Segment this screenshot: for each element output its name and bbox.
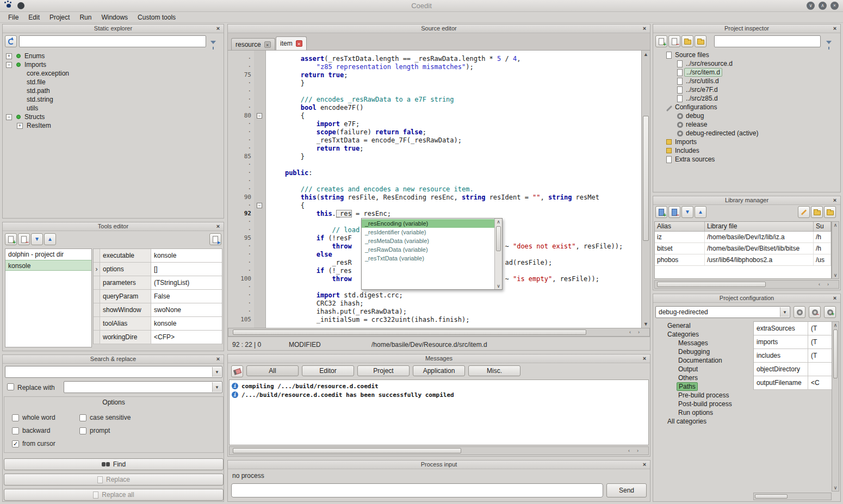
gutter-line[interactable]: · (228, 242, 254, 251)
library-column-header[interactable]: Alias (655, 222, 705, 231)
sync-configurations-button[interactable] (794, 306, 805, 318)
project-inspector-item[interactable]: ../src/item.d (654, 68, 839, 77)
add-tool-button[interactable]: + (5, 233, 17, 245)
editor-vertical-scrollbar[interactable]: ▲ ▼ (641, 51, 650, 328)
project-inspector-item[interactable]: Configurations (654, 103, 839, 111)
code-line[interactable]: ihash.put(_resRawData); (269, 308, 641, 316)
configuration-horizontal-scrollbar[interactable] (753, 493, 832, 500)
gutter-line[interactable]: · (228, 300, 254, 308)
remove-library-button[interactable]: − (668, 206, 680, 218)
chevron-down-icon[interactable]: ▼ (212, 367, 221, 377)
messages-horizontal-scrollbar[interactable]: ‹ › (229, 446, 649, 455)
remove-tool-button[interactable]: − (18, 233, 30, 245)
menu-windows[interactable]: Windows (96, 13, 133, 22)
editor-gutter[interactable]: ··75····80····85····90·92··95····100····… (228, 51, 254, 328)
code-line[interactable]: this(string resFile, ResEncoding resEnc,… (269, 194, 641, 202)
option-checkbox[interactable] (12, 414, 19, 421)
process-input-field[interactable] (231, 483, 603, 497)
close-panel-icon[interactable]: × (641, 24, 648, 32)
gutter-line[interactable]: · (228, 96, 254, 104)
gutter-line[interactable]: · (228, 259, 254, 267)
find-button[interactable]: Find (4, 458, 224, 470)
gutter-line[interactable]: 95 (228, 234, 254, 242)
scroll-thumb[interactable] (233, 448, 461, 453)
gutter-line[interactable]: · (228, 251, 254, 259)
project-inspector-item[interactable]: ../src/e7F.d (654, 85, 839, 94)
tool-property-row[interactable]: queryParamFalse (94, 290, 222, 303)
expander-icon[interactable]: − (6, 62, 12, 68)
clear-messages-button[interactable] (231, 365, 243, 377)
code-line[interactable]: bool encodee7F() (269, 104, 641, 112)
open-library-file-button[interactable] (811, 206, 823, 218)
static-explorer-item[interactable]: std.string (4, 95, 222, 104)
expander-icon[interactable]: − (6, 114, 12, 120)
gutter-line[interactable]: · (228, 63, 254, 71)
inspector-filter-input[interactable] (714, 35, 821, 47)
scroll-down-icon[interactable]: ▼ (642, 321, 650, 327)
editor-fold-column[interactable]: −− (254, 51, 266, 328)
message-row[interactable]: i/.../build/resource.d.coedit has been s… (230, 390, 648, 399)
library-column-header[interactable]: Su (814, 222, 831, 231)
property-value[interactable]: konsole (151, 317, 222, 330)
library-column-header[interactable]: Library file (705, 222, 814, 231)
messages-filter-all[interactable]: All (246, 365, 299, 376)
expander-icon[interactable]: + (6, 53, 12, 59)
static-explorer-item[interactable]: core.exception (4, 69, 222, 78)
gutter-line[interactable]: · (228, 88, 254, 96)
code-line[interactable]: } (269, 153, 641, 161)
property-value[interactable]: konsole (151, 249, 222, 262)
scroll-thumb[interactable] (643, 116, 649, 241)
code-line[interactable]: return true; (269, 71, 641, 79)
configuration-category[interactable]: Documentation (655, 356, 751, 365)
configuration-property-row[interactable]: outputFilename<C (754, 376, 832, 390)
gutter-line[interactable]: · (228, 185, 254, 194)
library-horizontal-scrollbar[interactable]: ‹ › (654, 280, 839, 289)
project-inspector-item[interactable]: ../src/resource.d (654, 59, 839, 68)
gutter-line[interactable]: 80 (228, 112, 254, 120)
tab-item[interactable]: item × (276, 36, 307, 50)
move-up-button[interactable]: ▲ (44, 233, 56, 245)
gutter-line[interactable]: · (228, 169, 254, 177)
code-line[interactable]: public: (269, 169, 641, 177)
static-explorer-item[interactable]: utils (4, 104, 222, 113)
close-panel-icon[interactable]: × (641, 354, 648, 362)
run-tool-button[interactable]: ▸ (209, 233, 221, 245)
property-value[interactable]: <CFP> (151, 331, 222, 344)
tool-item[interactable]: dolphin - project dir (5, 249, 91, 260)
completion-item[interactable]: _resTxtData (variable) (362, 254, 494, 263)
code-line[interactable]: } (269, 79, 641, 88)
refresh-button[interactable] (5, 35, 17, 47)
property-value[interactable]: (T (808, 322, 832, 335)
close-tab-icon[interactable]: × (296, 40, 302, 47)
replace-with-combo[interactable]: ▼ (64, 381, 222, 393)
replace-all-button[interactable]: Replace all (4, 489, 224, 501)
configuration-property-row[interactable]: imports(T (754, 335, 832, 349)
code-line[interactable]: /// encodes _resRawData to a e7F string (269, 96, 641, 104)
library-row[interactable]: iz/home/basile/Dev/Iz/lib/iz.a/h (655, 232, 831, 243)
gutter-line[interactable]: · (228, 104, 254, 112)
project-inspector-item[interactable]: debug-redirected (active) (654, 129, 839, 138)
gutter-line[interactable]: · (228, 267, 254, 275)
remove-configuration-button[interactable]: − (809, 306, 821, 318)
configuration-property-row[interactable]: objectDirectory (754, 363, 832, 376)
completion-item[interactable]: _resMetaData (variable) (362, 237, 494, 245)
code-line[interactable]: _resTxtData = encode_7F(_resRawData); (269, 136, 641, 145)
tool-property-row[interactable]: toolAliaskonsole (94, 317, 222, 331)
fold-marker-icon[interactable]: − (257, 113, 262, 119)
configuration-category[interactable]: Others (655, 374, 751, 382)
filter-icon[interactable] (826, 38, 832, 46)
property-value[interactable]: (T (808, 335, 832, 349)
static-explorer-item[interactable]: +ResItem (4, 121, 222, 130)
remove-folder-button[interactable] (695, 35, 706, 47)
close-panel-icon[interactable]: × (832, 24, 838, 32)
scroll-thumb[interactable] (833, 329, 838, 378)
gutter-line[interactable]: · (228, 145, 254, 153)
edit-library-button[interactable] (798, 206, 810, 218)
static-explorer-item[interactable]: −Imports (4, 60, 222, 69)
configuration-vertical-scrollbar[interactable]: ∧ ∨ (832, 321, 839, 491)
send-button[interactable]: Send (606, 483, 647, 497)
gutter-line[interactable]: 90 (228, 194, 254, 202)
filter-icon[interactable] (210, 38, 216, 46)
completion-item[interactable]: _resIdentifier (variable) (362, 228, 494, 237)
code-line[interactable]: scope(failure) return false; (269, 128, 641, 136)
